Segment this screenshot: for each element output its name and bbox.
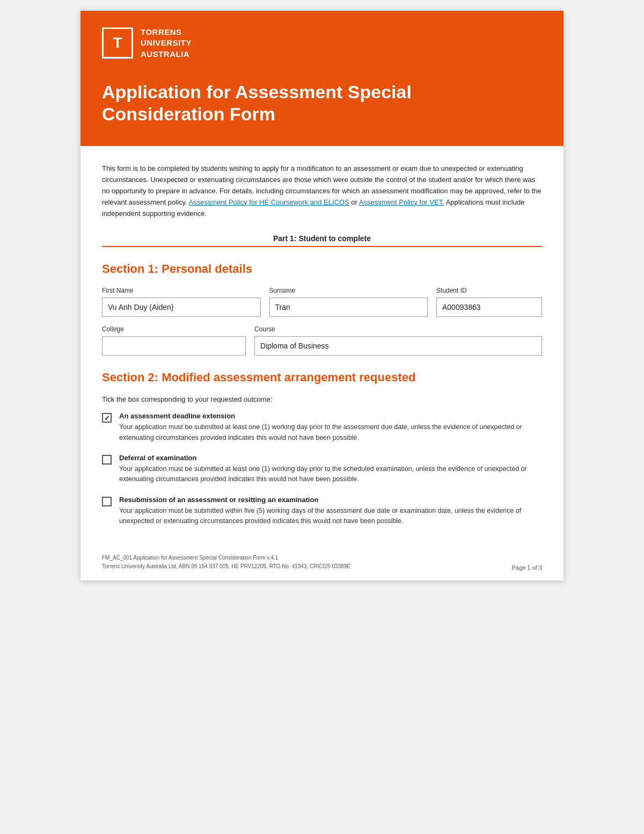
section2-heading: Section 2: Modified assessment arrangeme… (102, 371, 542, 385)
checkbox-wrapper-2 (102, 455, 112, 465)
logo-text: TORRENS UNIVERSITY AUSTRALIA (141, 27, 192, 60)
link-vet-policy[interactable]: Assessment Policy for VET. (359, 198, 444, 206)
section1: Section 1: Personal details First Name S… (102, 262, 542, 356)
section2: Section 2: Modified assessment arrangeme… (102, 371, 542, 526)
intro-paragraph: This form is to be completed by students… (102, 163, 542, 219)
list-item: Deferral of examination Your application… (102, 454, 542, 485)
option-3-desc: Your application must be submitted withi… (119, 506, 542, 527)
college-group: College (102, 325, 246, 356)
surname-input[interactable] (269, 298, 428, 317)
page-title: Application for Assessment Special Consi… (102, 81, 424, 125)
part-heading: Part 1: Student to complete (102, 234, 542, 243)
footer-line1: FM_AC_001 Application for Assessment Spe… (102, 554, 350, 562)
course-label: Course (254, 325, 542, 333)
student-id-label: Student ID (436, 287, 542, 294)
checkbox-wrapper-1 (102, 413, 112, 423)
intro-text-part2: or (351, 198, 358, 206)
logo-area: T TORRENS UNIVERSITY AUSTRALIA (102, 27, 542, 60)
option-1-title: An assessment deadline extension (119, 412, 542, 420)
list-item: An assessment deadline extension Your ap… (102, 412, 542, 443)
college-label: College (102, 325, 246, 333)
surname-label: Surname (269, 287, 428, 294)
checkbox-3[interactable] (102, 497, 112, 506)
option-1-desc: Your application must be submitted at le… (119, 422, 542, 443)
first-name-label: First Name (102, 287, 261, 294)
student-id-group: Student ID (436, 287, 542, 317)
course-input[interactable] (254, 336, 542, 356)
surname-group: Surname (269, 287, 428, 317)
checkbox-2[interactable] (102, 455, 112, 465)
orange-divider (102, 246, 542, 247)
main-content: This form is to be completed by students… (80, 146, 564, 580)
course-group: Course (254, 325, 542, 356)
section2-intro: Tick the box corresponding to your reque… (102, 395, 542, 403)
first-name-input[interactable] (102, 298, 261, 317)
header-banner: T TORRENS UNIVERSITY AUSTRALIA Applicati… (80, 11, 564, 146)
option-2-text: Deferral of examination Your application… (119, 454, 542, 485)
page-footer: FM_AC_001 Application for Assessment Spe… (102, 554, 542, 571)
link-he-policy[interactable]: Assessment Policy for HE Coursework and … (189, 198, 349, 206)
option-2-title: Deferral of examination (119, 454, 542, 462)
list-item: Resubmission of an assessment or resitti… (102, 496, 542, 527)
logo-letter: T (113, 34, 122, 52)
document-page: T TORRENS UNIVERSITY AUSTRALIA Applicati… (80, 11, 564, 581)
footer-left: FM_AC_001 Application for Assessment Spe… (102, 554, 350, 571)
section1-heading: Section 1: Personal details (102, 262, 542, 276)
first-name-group: First Name (102, 287, 261, 317)
checkbox-wrapper-3 (102, 497, 112, 506)
form-row-1: First Name Surname Student ID (102, 287, 542, 317)
option-2-desc: Your application must be submitted at le… (119, 464, 542, 485)
footer-page-number: Page 1 of 3 (512, 564, 542, 571)
college-input[interactable] (102, 336, 246, 356)
form-row-2: College Course (102, 325, 542, 356)
option-1-text: An assessment deadline extension Your ap… (119, 412, 542, 443)
footer-line2: Torrens University Australia Ltd, ABN 99… (102, 562, 350, 571)
checkbox-1[interactable] (102, 413, 112, 423)
option-3-title: Resubmission of an assessment or resitti… (119, 496, 542, 504)
student-id-input[interactable] (436, 298, 542, 317)
option-3-text: Resubmission of an assessment or resitti… (119, 496, 542, 527)
logo-box: T (102, 27, 133, 59)
